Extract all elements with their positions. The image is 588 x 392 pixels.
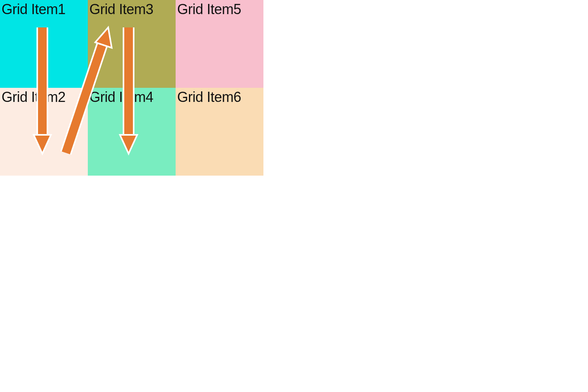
grid-item-label: Grid Item6 <box>177 89 241 105</box>
grid-item-label: Grid Item1 <box>2 1 65 17</box>
grid-item-label: Grid Item4 <box>89 89 153 105</box>
grid-item-label: Grid Item5 <box>177 1 241 17</box>
grid-item-3: Grid Item3 <box>88 0 176 88</box>
grid-item-5: Grid Item5 <box>176 0 263 88</box>
grid-item-1: Grid Item1 <box>0 0 88 88</box>
grid-container: Grid Item1 Grid Item2 Grid Item3 Grid It… <box>0 0 263 176</box>
grid-item-label: Grid Item2 <box>2 89 65 105</box>
grid-item-2: Grid Item2 <box>0 88 88 176</box>
grid-item-6: Grid Item6 <box>176 88 263 176</box>
grid-item-4: Grid Item4 <box>88 88 176 176</box>
grid-item-label: Grid Item3 <box>89 1 153 17</box>
